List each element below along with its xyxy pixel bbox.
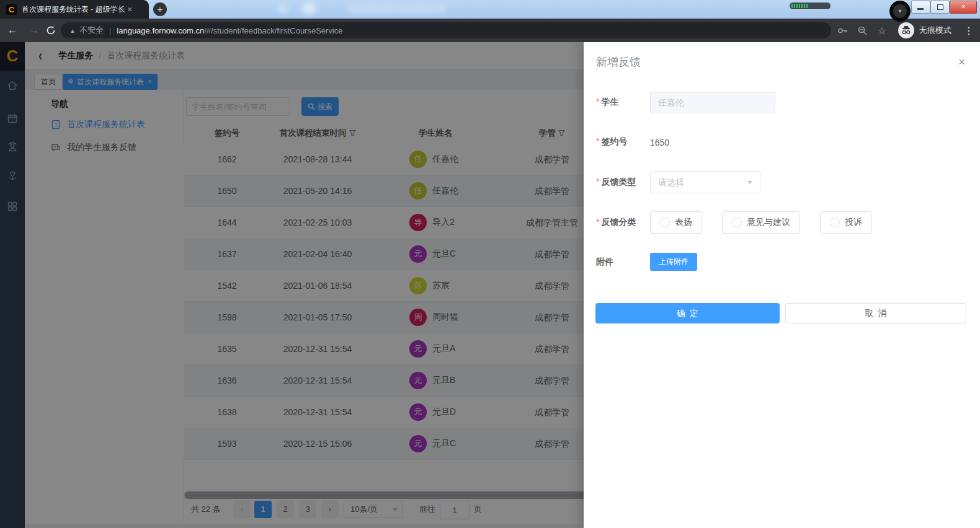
url-path: /#/student/feedback/firstCourseService <box>204 26 342 35</box>
favicon-icon: C <box>6 4 17 15</box>
confirm-button[interactable]: 确定 <box>595 303 780 323</box>
incognito-icon <box>898 22 914 38</box>
browser-toolbar: ← → ▲ 不安全 | language.fornow.com.cn /#/st… <box>0 19 980 42</box>
drawer-title: 新增反馈 <box>596 55 641 69</box>
required-asterisk: * <box>596 136 599 146</box>
zoom-icon[interactable] <box>855 23 870 38</box>
sign-no-label: *签约号 <box>596 136 648 147</box>
record-widget[interactable]: ▼ <box>889 1 911 22</box>
radio-option-1[interactable]: 表扬 <box>650 211 702 234</box>
drawer-close-icon[interactable]: × <box>958 55 965 69</box>
new-tab-button[interactable]: + <box>153 2 167 16</box>
browser-tab[interactable]: C 首次课程服务统计表 - 超级学长 × <box>0 0 149 19</box>
required-asterisk: * <box>596 217 599 227</box>
reload-icon[interactable] <box>43 23 58 38</box>
restore-button[interactable] <box>930 1 950 14</box>
screen: C 首次课程服务统计表 - 超级学长 × + ▼ × ← → ▲ 不安全 | l… <box>0 0 980 528</box>
radio-circle-icon <box>830 218 840 227</box>
address-bar[interactable]: ▲ 不安全 | language.fornow.com.cn /#/studen… <box>61 22 831 38</box>
radio-label: 表扬 <box>675 217 692 228</box>
feedback-category-options: 表扬意见与建议投诉 <box>650 211 892 234</box>
radio-label: 投诉 <box>845 217 862 228</box>
forward-arrow-icon[interactable]: → <box>29 19 39 42</box>
security-label[interactable]: 不安全 <box>79 25 104 36</box>
window-controls: × <box>911 1 977 14</box>
battery-indicator <box>789 2 831 10</box>
radio-option-2[interactable]: 意见与建议 <box>722 211 800 234</box>
radio-circle-icon <box>660 218 670 227</box>
add-feedback-drawer: 新增反馈 × *学生 *签约号 1650 *反馈类型 请选择 *反馈分类 表扬意… <box>584 42 980 528</box>
url-host: language.fornow.com.cn <box>117 26 204 35</box>
radio-option-3[interactable]: 投诉 <box>820 211 872 234</box>
feedback-category-label: *反馈分类 <box>596 217 648 228</box>
tab-title: 首次课程服务统计表 - 超级学长 <box>22 4 126 15</box>
tab-close-icon[interactable]: × <box>127 4 132 14</box>
student-input[interactable] <box>650 92 775 113</box>
url-divider: | <box>109 26 111 35</box>
sign-no-value: 1650 <box>650 136 669 149</box>
incognito-badge[interactable]: 无痕模式 <box>898 22 951 39</box>
feedback-type-label: *反馈类型 <box>596 177 648 188</box>
chevron-down-icon <box>747 181 752 184</box>
required-asterisk: * <box>596 97 599 107</box>
incognito-label: 无痕模式 <box>919 25 951 36</box>
bookmark-star-icon[interactable]: ☆ <box>875 23 889 38</box>
key-icon[interactable] <box>835 23 850 38</box>
minimize-button[interactable] <box>911 1 930 14</box>
upload-attachment-button[interactable]: 上传附件 <box>650 253 697 271</box>
radio-label: 意见与建议 <box>747 217 790 228</box>
feedback-type-select[interactable]: 请选择 <box>650 171 760 193</box>
menu-dots-icon[interactable]: ⋮ <box>961 23 976 38</box>
attachment-label: 附件 <box>596 257 648 268</box>
select-placeholder: 请选择 <box>658 172 684 193</box>
close-window-button[interactable]: × <box>950 1 977 14</box>
warning-icon: ▲ <box>69 27 76 34</box>
cancel-button[interactable]: 取消 <box>785 303 966 323</box>
required-asterisk: * <box>596 177 599 187</box>
back-arrow-icon[interactable]: ← <box>7 19 18 42</box>
student-label: *学生 <box>596 97 648 108</box>
chevron-down-icon: ▼ <box>893 4 907 18</box>
radio-circle-icon <box>732 218 742 227</box>
